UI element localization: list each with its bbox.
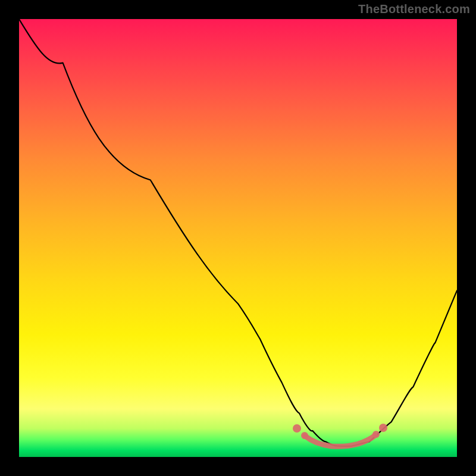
bottleneck-curve-line — [19, 19, 457, 446]
plot-area — [19, 19, 457, 457]
watermark-text: TheBottleneck.com — [358, 2, 470, 16]
optimal-region-dot-left — [293, 424, 301, 433]
optimal-region-dot-left-inner — [301, 432, 308, 439]
curve-svg — [19, 19, 457, 457]
optimal-region-dot-right — [379, 424, 387, 432]
optimal-region-highlight — [305, 436, 375, 446]
optimal-region-dot-right-inner — [372, 431, 380, 438]
chart-container: TheBottleneck.com — [0, 0, 476, 476]
